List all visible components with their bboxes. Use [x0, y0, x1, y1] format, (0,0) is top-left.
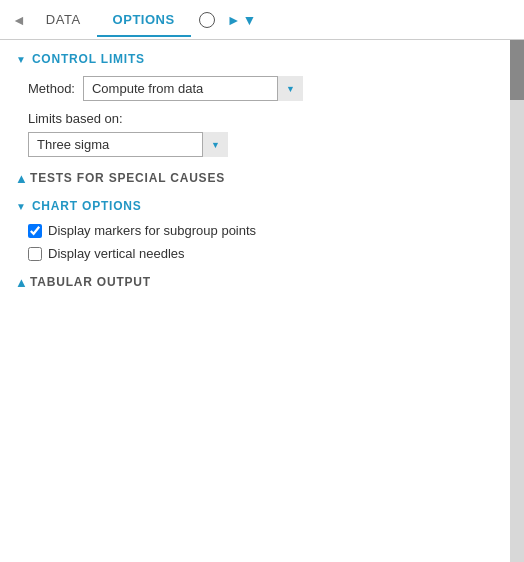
tabular-output-section: ▶ TABULAR OUTPUT — [16, 275, 508, 289]
control-limits-title: CONTROL LIMITS — [32, 52, 145, 66]
chart-options-content: Display markers for subgroup points Disp… — [16, 223, 508, 261]
limits-based-label: Limits based on: — [28, 111, 123, 126]
tests-special-causes-arrow-icon: ▶ — [15, 174, 26, 182]
chart-options-header[interactable]: ▼ CHART OPTIONS — [16, 199, 508, 213]
chart-options-title: CHART OPTIONS — [32, 199, 142, 213]
chart-options-arrow-icon: ▼ — [16, 201, 26, 212]
method-label: Method: — [28, 81, 75, 96]
content-area: ▼ CONTROL LIMITS Method: Compute from da… — [0, 40, 524, 562]
display-markers-row: Display markers for subgroup points — [28, 223, 508, 238]
limits-label-row: Limits based on: — [28, 111, 508, 126]
chart-options-section: ▼ CHART OPTIONS Display markers for subg… — [16, 199, 508, 261]
tab-options[interactable]: OPTIONS — [97, 4, 191, 37]
tab-bar: ◄ DATA OPTIONS ► ▼ — [0, 0, 524, 40]
method-row: Method: Compute from data — [28, 76, 508, 101]
tabular-output-title: TABULAR OUTPUT — [30, 275, 151, 289]
tab-prev-button[interactable]: ◄ — [8, 12, 30, 28]
tabular-output-header[interactable]: ▶ TABULAR OUTPUT — [16, 275, 508, 289]
display-markers-checkbox[interactable] — [28, 224, 42, 238]
tab-circle-icon[interactable] — [199, 12, 215, 28]
control-limits-section: ▼ CONTROL LIMITS Method: Compute from da… — [16, 52, 508, 157]
limits-select-wrapper: Three sigma — [28, 132, 228, 157]
control-limits-arrow-icon: ▼ — [16, 54, 26, 65]
limits-select[interactable]: Three sigma — [28, 132, 228, 157]
scrollbar-thumb[interactable] — [510, 40, 524, 100]
tests-special-causes-title: TESTS FOR SPECIAL CAUSES — [30, 171, 225, 185]
tests-special-causes-section: ▶ TESTS FOR SPECIAL CAUSES — [16, 171, 508, 185]
tab-next-button[interactable]: ► — [227, 12, 241, 28]
method-select[interactable]: Compute from data — [83, 76, 303, 101]
control-limits-content: Method: Compute from data Limits based o… — [16, 76, 508, 157]
method-select-wrapper: Compute from data — [83, 76, 303, 101]
tests-special-causes-header[interactable]: ▶ TESTS FOR SPECIAL CAUSES — [16, 171, 508, 185]
control-limits-header[interactable]: ▼ CONTROL LIMITS — [16, 52, 508, 66]
tab-data[interactable]: DATA — [30, 4, 97, 37]
tab-dropdown-button[interactable]: ▼ — [242, 12, 256, 28]
main-container: ◄ DATA OPTIONS ► ▼ ▼ CONTROL LIMITS Meth… — [0, 0, 524, 562]
display-markers-label: Display markers for subgroup points — [48, 223, 256, 238]
display-needles-label: Display vertical needles — [48, 246, 185, 261]
display-needles-checkbox[interactable] — [28, 247, 42, 261]
display-needles-row: Display vertical needles — [28, 246, 508, 261]
tabular-output-arrow-icon: ▶ — [15, 278, 26, 286]
scrollbar[interactable] — [510, 40, 524, 562]
